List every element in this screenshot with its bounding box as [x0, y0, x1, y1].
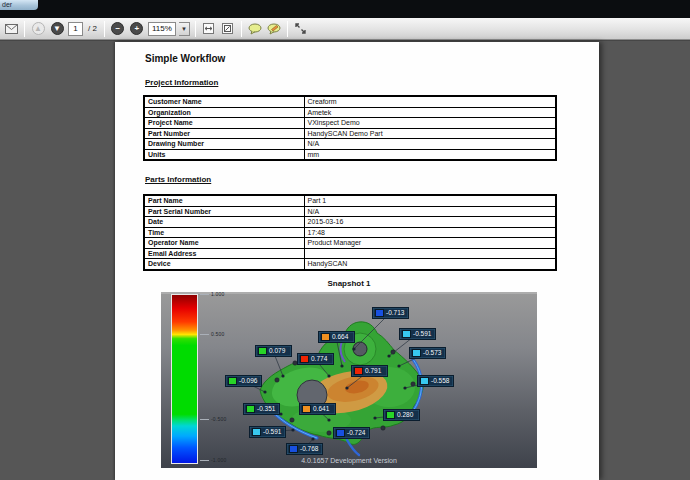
fit-width-icon — [202, 22, 215, 35]
table-row: Part NamePart 1 — [144, 195, 556, 206]
measurement-value: -0.351 — [257, 405, 275, 413]
measurement-color-swatch — [402, 330, 411, 338]
arrow-up-icon: ▲ — [32, 22, 45, 35]
sign-annotate-button[interactable] — [266, 21, 282, 37]
measurement-label: -0.713 — [372, 307, 409, 319]
colorbar-tick-label: -0.500 — [211, 416, 226, 422]
row-label: Project Name — [144, 118, 304, 129]
table-row: Drawing NumberN/A — [144, 139, 556, 150]
measurement-label: 0.791 — [351, 365, 388, 377]
minus-icon: − — [111, 22, 124, 35]
previous-page-button[interactable]: ▲ — [30, 21, 46, 37]
table-row: Project NameVXinspect Demo — [144, 118, 556, 129]
measurement-color-swatch — [420, 377, 429, 385]
zoom-out-button[interactable]: − — [110, 21, 126, 37]
table-row: Customer NameCreaform — [144, 96, 556, 107]
measurement-color-swatch — [252, 428, 261, 436]
measurement-label: -0.591 — [249, 426, 286, 438]
table-row: Operator NameProduct Manager — [144, 238, 556, 249]
inspected-part-graphic — [161, 292, 537, 468]
table-row: Time17:48 — [144, 227, 556, 238]
measurement-value: 0.774 — [311, 355, 327, 363]
project-info-table: Customer NameCreaformOrganizationAmetekP… — [143, 95, 557, 161]
measurement-value: -0.768 — [300, 445, 318, 453]
toolbar-separator — [24, 21, 25, 37]
measurement-label: 0.774 — [297, 353, 334, 365]
measurement-value: 0.791 — [365, 367, 381, 375]
row-label: Organization — [144, 107, 304, 118]
page-number-input[interactable]: 1 — [68, 22, 83, 36]
project-information-heading: Project Information — [145, 78, 218, 87]
measurement-color-swatch — [386, 411, 395, 419]
pdf-toolbar: ▲ ▼ 1 / 2 − + 115% ▼ — [0, 18, 690, 40]
zoom-level-input[interactable]: 115% — [148, 22, 176, 36]
toolbar-separator — [241, 21, 242, 37]
row-value: 2015-03-16 — [304, 217, 556, 228]
measurement-value: 0.280 — [397, 411, 413, 419]
arrow-down-icon: ▼ — [51, 22, 64, 35]
fullscreen-arrows-icon — [294, 22, 307, 35]
fullscreen-button[interactable] — [293, 21, 309, 37]
comment-button[interactable] — [247, 21, 263, 37]
zoom-dropdown-button[interactable]: ▼ — [179, 22, 190, 36]
row-label: Device — [144, 259, 304, 270]
row-label: Customer Name — [144, 96, 304, 107]
fit-page-button[interactable] — [220, 21, 236, 37]
measurement-color-swatch — [300, 355, 309, 363]
fit-width-button[interactable] — [201, 21, 217, 37]
chevron-down-icon: ▼ — [181, 26, 187, 32]
measurement-color-swatch — [228, 377, 237, 385]
measurement-label: -0.573 — [409, 347, 446, 359]
envelope-icon — [5, 24, 18, 34]
measurement-color-swatch — [336, 429, 345, 437]
measurement-value: -0.558 — [431, 377, 449, 385]
snapshot-title: Snapshot 1 — [161, 279, 537, 288]
page-total-label: / 2 — [86, 24, 99, 33]
row-value: Ametek — [304, 107, 556, 118]
comment-bubble-icon — [248, 23, 262, 35]
email-button[interactable] — [3, 21, 19, 37]
table-row: Date2015-03-16 — [144, 217, 556, 228]
measurement-value: -0.573 — [423, 349, 441, 357]
measurement-value: -0.591 — [413, 330, 431, 338]
parts-information-heading: Parts Information — [145, 175, 211, 184]
snapshot-image: 1.0000.500-0.500-1.000 -0.713-0.5910.664… — [161, 292, 537, 468]
measurement-color-swatch — [258, 347, 267, 355]
fit-page-icon — [221, 22, 234, 35]
colorbar-tick — [200, 334, 209, 335]
measurement-label: -0.591 — [399, 328, 436, 340]
pdf-page: Simple Workflow Project Information Cust… — [115, 42, 599, 480]
measurement-value: 0.664 — [332, 333, 348, 341]
row-value: Product Manager — [304, 238, 556, 249]
row-value — [304, 248, 556, 259]
row-value: mm — [304, 149, 556, 160]
colorbar-tick — [200, 294, 209, 295]
table-row: Part NumberHandySCAN Demo Part — [144, 128, 556, 139]
measurement-value: -0.713 — [386, 309, 404, 317]
row-value: N/A — [304, 206, 556, 217]
table-row: OrganizationAmetek — [144, 107, 556, 118]
row-value: Creaform — [304, 96, 556, 107]
next-page-button[interactable]: ▼ — [49, 21, 65, 37]
measurement-value: 0.641 — [313, 405, 329, 413]
zoom-in-button[interactable]: + — [129, 21, 145, 37]
document-background[interactable]: Simple Workflow Project Information Cust… — [0, 41, 690, 480]
colorbar-tick-label: 1.000 — [211, 292, 225, 297]
measurement-color-swatch — [246, 405, 255, 413]
row-value: 17:48 — [304, 227, 556, 238]
row-label: Part Number — [144, 128, 304, 139]
row-value: HandySCAN Demo Part — [304, 128, 556, 139]
measurement-color-swatch — [289, 445, 298, 453]
row-value: VXinspect Demo — [304, 118, 556, 129]
measurement-value: -0.724 — [347, 429, 365, 437]
software-version-text: 4.0.1657 Development Version — [161, 457, 537, 464]
document-title: Simple Workflow — [145, 53, 225, 64]
row-label: Date — [144, 217, 304, 228]
measurement-label: -0.768 — [286, 443, 323, 455]
toolbar-separator — [195, 21, 196, 37]
measurement-label: -0.558 — [417, 375, 454, 387]
colorbar-tick-label: 0.500 — [211, 331, 225, 337]
background-window-title: der — [2, 1, 12, 8]
background-window-fragment[interactable]: der — [0, 0, 38, 10]
row-label: Part Serial Number — [144, 206, 304, 217]
